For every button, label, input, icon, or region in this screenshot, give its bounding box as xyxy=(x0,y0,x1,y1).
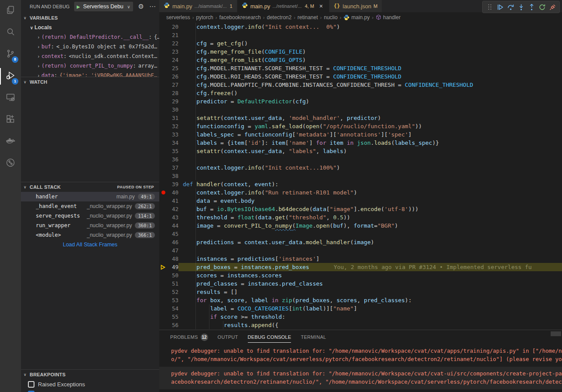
code-content[interactable]: data = event.body xyxy=(178,197,562,205)
code-line[interactable]: 29 predictor = DefaultPredictor(cfg) xyxy=(159,97,562,106)
panel-tab-debug-console[interactable]: DEBUG CONSOLE xyxy=(248,330,291,344)
debug-config-dropdown[interactable]: ▶ Serverless Debu ∨ xyxy=(74,2,133,11)
code-content[interactable]: instances = predictions['instances'] xyxy=(178,255,562,263)
gutter-glyph[interactable] xyxy=(159,304,167,313)
gutter-glyph[interactable] xyxy=(159,230,167,238)
code-content[interactable]: setattr(context.user_data, 'model_handle… xyxy=(178,114,562,122)
gutter-glyph[interactable] xyxy=(159,139,167,147)
code-content[interactable]: cfg.MODEL.PANOPTIC_FPN.COMBINE.INSTANCES… xyxy=(178,81,562,89)
gutter-glyph[interactable] xyxy=(159,31,167,39)
code-line[interactable]: 44 image = convert_PIL_to_numpy(Image.op… xyxy=(159,222,562,230)
code-line[interactable]: 54 label = COCO_CATEGORIES[int(label)]["… xyxy=(159,304,562,313)
code-content[interactable]: predictor = DefaultPredictor(cfg) xyxy=(178,97,562,106)
code-line[interactable]: 22 cfg = get_cfg() xyxy=(159,39,562,48)
code-content[interactable]: cfg.MODEL.RETINANET.SCORE_THRESH_TEST = … xyxy=(178,64,562,72)
activity-bar-item-search[interactable] xyxy=(0,22,21,44)
panel-tab-output[interactable]: OUTPUT xyxy=(218,330,238,344)
gear-icon[interactable]: ⚙ xyxy=(138,3,144,10)
gutter-glyph[interactable] xyxy=(159,106,167,114)
breadcrumb-item[interactable]: retinanet xyxy=(298,14,318,20)
gutter-glyph[interactable] xyxy=(159,180,167,188)
gutter-glyph[interactable] xyxy=(159,72,167,81)
step-over-button[interactable] xyxy=(505,2,516,12)
gutter-glyph[interactable] xyxy=(159,238,167,246)
activity-bar-item-remote-explorer[interactable] xyxy=(0,87,21,109)
code-line[interactable]: 48 instances = predictions['instances'] xyxy=(159,255,562,263)
code-line[interactable]: 26 cfg.MODEL.ROI_HEADS.SCORE_THRESH_TEST… xyxy=(159,72,562,81)
checkbox-unchecked[interactable] xyxy=(28,381,34,388)
code-line[interactable]: 56 results.append({ xyxy=(159,321,562,329)
breadcrumb-item[interactable]: nuclio xyxy=(324,14,337,20)
code-content[interactable]: setattr(context.user_data, "labels", lab… xyxy=(178,147,562,155)
code-line[interactable]: 36 xyxy=(159,155,562,164)
code-content[interactable]: labels_spec = functionconfig['metadata']… xyxy=(178,130,562,139)
code-line[interactable]: 38 xyxy=(159,172,562,180)
code-line[interactable]: 32 functionconfig = yaml.safe_load(open(… xyxy=(159,122,562,130)
gutter-glyph[interactable] xyxy=(159,56,167,64)
code-content[interactable]: context.logger.info("Init context...100%… xyxy=(178,164,562,172)
code-content[interactable]: results.append({ xyxy=(178,321,562,329)
gutter-glyph[interactable] xyxy=(159,321,167,329)
code-line[interactable]: 53 for box, score, label in zip(pred_box… xyxy=(159,296,562,304)
variable-row[interactable]: ›(return) DefaultPredictor.__call__:{'in… xyxy=(21,32,159,42)
gutter-glyph[interactable] xyxy=(159,172,167,180)
code-line[interactable]: 33 labels_spec = functionconfig['metadat… xyxy=(159,130,562,139)
disconnect-button[interactable] xyxy=(547,2,558,12)
activity-bar-item-extensions[interactable] xyxy=(0,109,21,131)
code-content[interactable] xyxy=(178,246,562,255)
breakpoint-item[interactable]: ✓Uncaught Exceptions xyxy=(21,389,159,392)
gutter-glyph[interactable] xyxy=(159,213,167,222)
code-line[interactable]: 52 results = [] xyxy=(159,288,562,296)
variable-row[interactable]: ›(return) convert_PIL_to_numpy:array([[[… xyxy=(21,61,159,71)
code-line[interactable]: 28 cfg.freeze() xyxy=(159,89,562,97)
code-line[interactable]: 40 context.logger.info("Run retinanet-R1… xyxy=(159,188,562,197)
gutter-glyph[interactable] xyxy=(159,222,167,230)
start-debug-icon[interactable]: ▶ xyxy=(77,4,80,9)
code-line[interactable]: 49 pred_boxes = instances.pred_boxesYou,… xyxy=(159,263,562,271)
code-line[interactable]: 34 labels = {item['id']: item['name'] fo… xyxy=(159,139,562,147)
code-line[interactable]: 42 buf = io.BytesIO(base64.b64decode(dat… xyxy=(159,205,562,213)
code-line[interactable]: 46 predictions = context.user_data.model… xyxy=(159,238,562,246)
code-line[interactable]: 43 threshold = float(data.get("threshold… xyxy=(159,213,562,222)
gutter-glyph[interactable] xyxy=(159,114,167,122)
variable-row[interactable]: ›data:{'image': 'iVBORw0KG…AAAANSUhE… xyxy=(21,71,159,77)
load-all-stack-frames-link[interactable]: Load All Stack Frames xyxy=(21,240,159,249)
code-content[interactable]: if score >= threshold: xyxy=(178,313,562,321)
editor-tab[interactable]: {}launch.jsonM xyxy=(329,0,382,12)
gutter-glyph[interactable] xyxy=(159,81,167,89)
code-line[interactable]: 47 xyxy=(159,246,562,255)
editor-tab[interactable]: main.py.../siammask/...1 xyxy=(159,0,237,12)
variable-row[interactable]: ›buf:<_io.BytesIO object at 0x7f5a2dc1ec… xyxy=(21,42,159,51)
activity-bar-item-docker[interactable] xyxy=(0,131,21,153)
grip-handle[interactable] xyxy=(484,2,495,12)
code-content[interactable]: cfg.merge_from_list(CONFIG_OPTS) xyxy=(178,56,562,64)
code-content[interactable]: results = [] xyxy=(178,288,562,296)
code-line[interactable]: 25 cfg.MODEL.RETINANET.SCORE_THRESH_TEST… xyxy=(159,64,562,72)
activity-bar-item-explorer[interactable] xyxy=(0,0,21,22)
stack-frame[interactable]: _handle_event_nuclio_wrapper.py262:1 xyxy=(21,201,159,211)
code-content[interactable] xyxy=(178,172,562,180)
code-line[interactable]: 24 cfg.merge_from_list(CONFIG_OPTS) xyxy=(159,56,562,64)
gutter-glyph[interactable] xyxy=(159,313,167,321)
gutter-glyph[interactable] xyxy=(159,122,167,130)
code-content[interactable]: cfg.MODEL.ROI_HEADS.SCORE_THRESH_TEST = … xyxy=(178,72,562,81)
code-content[interactable]: predictions = context.user_data.model_ha… xyxy=(178,238,562,246)
variables-header[interactable]: ∨ VARIABLES xyxy=(21,13,159,23)
gutter-glyph[interactable] xyxy=(159,97,167,106)
gutter-glyph[interactable] xyxy=(159,255,167,263)
code-line[interactable]: 39def handler(context, event): xyxy=(159,180,562,188)
code-content[interactable] xyxy=(178,31,562,39)
gutter-glyph[interactable] xyxy=(159,155,167,164)
activity-bar-item-git-graph[interactable] xyxy=(0,153,21,174)
code-line[interactable]: 27 cfg.MODEL.PANOPTIC_FPN.COMBINE.INSTAN… xyxy=(159,81,562,89)
activity-bar-item-source-control[interactable]: 8 xyxy=(0,44,21,65)
code-content[interactable]: image = convert_PIL_to_numpy(Image.open(… xyxy=(178,222,562,230)
stack-frame[interactable]: handlermain.py49:1 xyxy=(21,192,159,201)
panel-tab-problems[interactable]: PROBLEMS12 xyxy=(170,330,208,344)
code-line[interactable]: 23 cfg.merge_from_file(CONFIG_FILE) xyxy=(159,48,562,56)
code-content[interactable] xyxy=(178,230,562,238)
gutter-glyph[interactable] xyxy=(159,130,167,139)
gutter-glyph[interactable] xyxy=(159,39,167,48)
code-content[interactable]: label = COCO_CATEGORIES[int(label)]["nam… xyxy=(178,304,562,313)
current-line-arrow-icon[interactable] xyxy=(159,263,167,271)
